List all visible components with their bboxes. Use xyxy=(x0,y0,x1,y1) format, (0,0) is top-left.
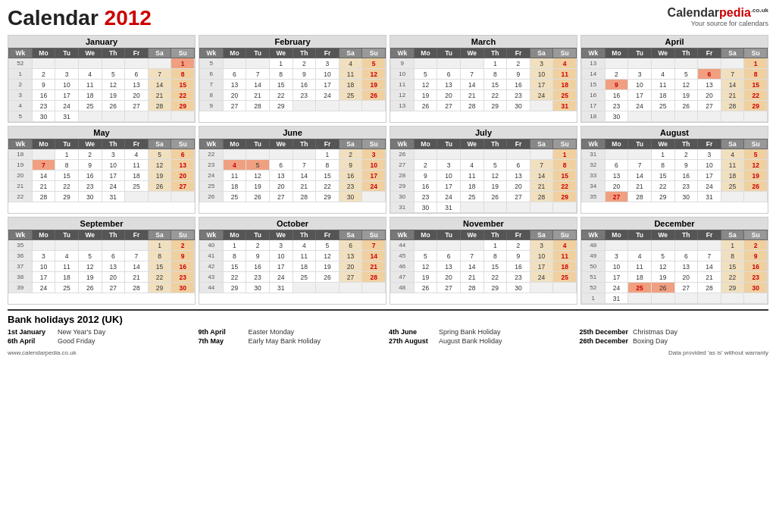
cal-cell: 23 xyxy=(246,272,270,283)
cal-cell: 6 xyxy=(605,160,628,171)
cal-cell: 4 xyxy=(721,149,744,160)
cal-cell: 26 xyxy=(674,101,698,111)
footer-disclaimer: Data provided 'as is' without warranty xyxy=(668,349,768,356)
week-num: 44 xyxy=(391,240,415,251)
week-num: 36 xyxy=(9,251,33,261)
wk-header: Wk xyxy=(200,230,224,240)
week-num: 44 xyxy=(200,283,224,293)
cal-row: 493456789 xyxy=(582,251,768,261)
cal-cell: 10 xyxy=(437,171,461,181)
cal-cell: 12 xyxy=(651,261,674,272)
cal-cell: 23 xyxy=(674,181,698,192)
month-april: AprilWkMoTuWeThFrSaSu1311423456781591011… xyxy=(580,35,768,123)
week-num: 18 xyxy=(9,149,33,160)
week-num: 15 xyxy=(582,80,605,90)
cal-cell xyxy=(223,58,246,69)
cal-cell: 25 xyxy=(553,90,577,101)
cal-cell: 18 xyxy=(223,181,246,192)
week-num: 17 xyxy=(582,101,605,111)
mo-header: Mo xyxy=(223,139,246,149)
cal-cell: 12 xyxy=(78,261,102,272)
sa-header: Sa xyxy=(721,139,744,149)
wk-header: Wk xyxy=(582,49,605,58)
cal-cell: 20 xyxy=(125,90,149,101)
week-num: 16 xyxy=(582,90,605,101)
cal-cell: 5 xyxy=(744,149,768,160)
fr-header: Fr xyxy=(125,49,149,58)
wk-header: Wk xyxy=(200,139,224,149)
week-num: 12 xyxy=(391,90,415,101)
cal-row: 5224252627282930 xyxy=(582,283,768,293)
cal-cell xyxy=(674,293,698,304)
cal-cell: 23 xyxy=(507,272,530,283)
cal-cell: 3 xyxy=(316,58,340,69)
cal-cell xyxy=(628,58,652,69)
week-num: 19 xyxy=(9,160,33,171)
cal-row: 91234 xyxy=(391,58,577,69)
header: Calendar 2012 Calendarpedia.co.uk Your s… xyxy=(8,6,768,30)
cal-row: 1978910111213 xyxy=(9,160,195,171)
cal-cell xyxy=(507,149,530,160)
cal-cell: 25 xyxy=(125,181,149,192)
cal-cell: 20 xyxy=(507,181,530,192)
cal-cell: 22 xyxy=(483,272,507,283)
cal-cell: 11 xyxy=(628,261,652,272)
we-header: We xyxy=(78,230,102,240)
cal-cell: 5 xyxy=(362,58,386,69)
cal-cell: 4 xyxy=(55,251,79,261)
cal-cell xyxy=(148,192,171,202)
week-num: 21 xyxy=(9,181,33,192)
cal-cell: 26 xyxy=(414,283,437,293)
mo-header: Mo xyxy=(223,230,246,240)
cal-cell xyxy=(553,202,577,213)
cal-cell: 25 xyxy=(553,272,577,283)
cal-cell: 18 xyxy=(293,261,316,272)
week-num: 29 xyxy=(391,181,415,192)
cal-cell: 1 xyxy=(316,149,340,160)
bh-name: Boxing Day xyxy=(633,337,668,345)
cal-cell: 21 xyxy=(698,272,721,283)
cal-cell xyxy=(674,58,698,69)
cal-cell: 22 xyxy=(55,181,79,192)
cal-cell: 9 xyxy=(605,80,628,90)
cal-cell: 9 xyxy=(32,80,55,90)
cal-cell: 18 xyxy=(553,261,577,272)
cal-row: 22123 xyxy=(200,149,386,160)
cal-cell: 4 xyxy=(651,69,674,80)
cal-cell: 22 xyxy=(148,272,171,283)
month-july: JulyWkMoTuWeThFrSaSu26127234567828910111… xyxy=(390,126,577,214)
cal-cell xyxy=(483,149,507,160)
week-num: 6 xyxy=(200,69,224,80)
cal-cell: 17 xyxy=(437,181,461,192)
cal-cell: 14 xyxy=(246,80,270,90)
cal-cell: 8 xyxy=(316,160,340,171)
cal-cell: 5 xyxy=(483,160,507,171)
th-header: Th xyxy=(102,230,125,240)
sa-header: Sa xyxy=(339,139,362,149)
su-header: Su xyxy=(553,230,577,240)
cal-cell xyxy=(628,240,652,251)
week-num: 39 xyxy=(9,283,33,293)
cal-cell: 1 xyxy=(148,240,171,251)
cal-cell: 5 xyxy=(651,251,674,261)
cal-cell: 27 xyxy=(698,101,721,111)
cal-cell: 9 xyxy=(293,69,316,80)
cal-row: 4215161718192021 xyxy=(200,261,386,272)
cal-cell: 22 xyxy=(223,272,246,283)
cal-row: 3313141516171819 xyxy=(582,171,768,181)
cal-cell xyxy=(698,293,721,304)
cal-cell: 8 xyxy=(483,69,507,80)
week-num: 5 xyxy=(9,111,33,122)
bh-row: 27th August August Bank Holiday xyxy=(389,337,578,345)
cal-cell: 10 xyxy=(628,80,652,90)
cal-row: 66789101112 xyxy=(200,69,386,80)
su-header: Su xyxy=(362,49,386,58)
month-march: MarchWkMoTuWeThFrSaSu9123410567891011111… xyxy=(390,35,577,123)
month-june: JuneWkMoTuWeThFrSaSu22123234567891024111… xyxy=(199,126,386,214)
cal-cell: 13 xyxy=(437,261,461,272)
cal-cell: 7 xyxy=(460,69,483,80)
cal-cell: 26 xyxy=(246,192,270,202)
cal-cell: 13 xyxy=(605,171,628,181)
cal-cell: 8 xyxy=(483,251,507,261)
cal-cell: 23 xyxy=(293,90,316,101)
